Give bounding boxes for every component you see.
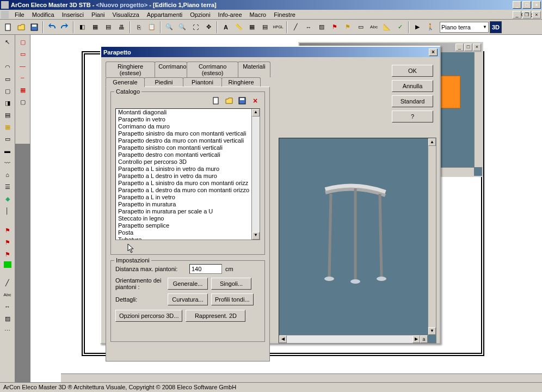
- text-icon[interactable]: A: [220, 21, 232, 33]
- undo-icon[interactable]: [46, 21, 58, 33]
- lt2-line-icon[interactable]: —: [17, 61, 29, 71]
- lt-door-icon[interactable]: ◨: [2, 98, 14, 108]
- lt-wall-icon[interactable]: ▭: [2, 74, 14, 84]
- menu-modifica[interactable]: Modifica: [28, 11, 58, 19]
- menu-inserisci[interactable]: Inserisci: [58, 11, 88, 19]
- flag-yellow-icon[interactable]: ⚑: [342, 21, 354, 33]
- tab-corrimano-esteso[interactable]: Corrimano (esteso): [187, 62, 238, 77]
- lt-window-icon[interactable]: ▤: [2, 110, 14, 120]
- tool-b[interactable]: ▦: [89, 21, 101, 33]
- lt-pipe-icon[interactable]: │: [2, 206, 14, 216]
- preview-close[interactable]: ×: [473, 44, 481, 51]
- tab-ringhiere-estese[interactable]: Ringhiere (estese): [106, 62, 155, 77]
- check-icon[interactable]: ✓: [394, 21, 406, 33]
- lt-column-icon[interactable]: ▬: [2, 146, 14, 156]
- preview-scroll-h[interactable]: ◀▶a: [279, 335, 428, 343]
- flag-red-icon[interactable]: ⚑: [329, 21, 341, 33]
- tab-piedini[interactable]: Piedini: [144, 77, 183, 87]
- tab-piantoni[interactable]: Piantoni: [183, 77, 222, 87]
- lt-roof-icon[interactable]: ⌂: [2, 170, 14, 180]
- preview-max[interactable]: □: [464, 44, 472, 51]
- lt-dim-icon[interactable]: ↔: [2, 302, 14, 311]
- tab-generale[interactable]: Generale: [106, 77, 145, 87]
- catalog-item[interactable]: Steccato in legno: [116, 215, 260, 222]
- catalog-item[interactable]: Parapetto a L sinistro in vetro da muro: [116, 166, 260, 173]
- catalog-delete-icon[interactable]: ×: [250, 96, 260, 106]
- preview-min[interactable]: _: [455, 44, 464, 51]
- lt-hatch2-icon[interactable]: ▨: [2, 314, 14, 323]
- hatch-icon[interactable]: ▨: [316, 21, 328, 33]
- print-icon[interactable]: 🖶: [115, 21, 127, 33]
- standard-button[interactable]: Standard: [392, 95, 433, 107]
- catalog-item[interactable]: Parapetto destro con montanti verticali: [116, 151, 260, 158]
- catalog-item[interactable]: Parapetto in vetro: [116, 116, 260, 123]
- help-button[interactable]: ?: [392, 111, 433, 122]
- pan-icon[interactable]: ✥: [202, 21, 214, 33]
- camera-icon[interactable]: ▶: [411, 21, 423, 33]
- preview-scroll-v[interactable]: [474, 52, 482, 167]
- dialog-close-button[interactable]: ×: [429, 48, 438, 56]
- section-icon[interactable]: ▭: [355, 21, 367, 33]
- catalog-listbox[interactable]: Montanti diagonaliParapetto in vetroCorr…: [115, 108, 260, 240]
- zoom-out-icon[interactable]: 🔍: [176, 21, 188, 33]
- listbox-scrollbar[interactable]: ▲ ▼: [251, 109, 260, 240]
- menu-file[interactable]: File: [11, 11, 28, 19]
- copy-icon[interactable]: ⎘: [133, 21, 145, 33]
- tool-c[interactable]: ▤: [102, 21, 114, 33]
- btn-generale[interactable]: Generale...: [168, 278, 208, 290]
- catalog-item[interactable]: Corrimano da muro: [116, 123, 260, 130]
- lt2-grid-icon[interactable]: ▦: [17, 85, 29, 95]
- new-icon[interactable]: [2, 21, 14, 33]
- 3d-toggle[interactable]: 3D: [490, 21, 502, 33]
- catalog-item[interactable]: Parapetto sinistro da muro con montanti …: [116, 130, 260, 137]
- dist-input[interactable]: [189, 264, 222, 274]
- abc-icon[interactable]: Abc: [368, 21, 380, 33]
- catalog-item[interactable]: Parapetto destro da muro con montanti ve…: [116, 137, 260, 144]
- lt2-box-icon[interactable]: ▢: [17, 97, 29, 107]
- tab-corrimano[interactable]: Corrimano: [155, 62, 187, 77]
- ruler-icon[interactable]: 📏: [233, 21, 245, 33]
- grid-icon[interactable]: ▦: [246, 21, 258, 33]
- lt-red1-icon[interactable]: ⚑: [2, 225, 14, 235]
- catalog-item[interactable]: Parapetto in muratura: [116, 201, 260, 208]
- btn-percorso-3d[interactable]: Opzioni percorso 3D...: [115, 310, 182, 322]
- lt2-dash-icon[interactable]: ┄: [17, 73, 29, 83]
- lt-red2-icon[interactable]: ⚑: [2, 237, 14, 247]
- lt-slab-icon[interactable]: ▭: [2, 134, 14, 144]
- tab-materiali[interactable]: Materiali: [238, 62, 270, 77]
- catalog-item[interactable]: Parapetto in muratura per scale a U: [116, 208, 260, 215]
- lt-stairs-icon[interactable]: ▦: [2, 122, 14, 132]
- measure-icon[interactable]: 📐: [381, 21, 393, 33]
- menu-finestre[interactable]: Finestre: [270, 11, 299, 19]
- mdi-restore[interactable]: ❐: [522, 11, 531, 19]
- btn-singoli[interactable]: Singoli...: [211, 278, 251, 290]
- lt2-rect-icon[interactable]: ▢: [17, 37, 29, 47]
- paste-icon[interactable]: 📋: [146, 21, 158, 33]
- catalog-item[interactable]: Parapetto a L destro da muro con montant…: [116, 187, 260, 194]
- catalog-item[interactable]: Montanti diagonali: [116, 109, 260, 116]
- catalog-item[interactable]: Parapetto a L destro in vetro da muro: [116, 173, 260, 180]
- dialog-titlebar[interactable]: Parapetto ×: [101, 47, 440, 57]
- menu-opzioni[interactable]: Opzioni: [186, 11, 214, 19]
- mdi-close[interactable]: ×: [532, 11, 541, 19]
- menu-appartamenti[interactable]: Appartamenti: [143, 11, 186, 19]
- lt-box-icon[interactable]: ◆: [2, 194, 14, 204]
- zoom-fit-icon[interactable]: ⛶: [189, 21, 201, 33]
- layers-icon[interactable]: ▤: [259, 21, 271, 33]
- minimize-button[interactable]: _: [513, 1, 521, 9]
- lt-misc-icon[interactable]: ⋯: [2, 326, 14, 335]
- dialog-preview-pane[interactable]: ▲ ▼ ◀▶a: [279, 138, 436, 344]
- hpgl-icon[interactable]: HPGL: [272, 21, 284, 33]
- lt-curve-icon[interactable]: 〰: [2, 158, 14, 168]
- catalog-open-icon[interactable]: [224, 96, 234, 106]
- catalog-item[interactable]: Parapetto a L in vetro: [116, 194, 260, 201]
- lt-arc-icon[interactable]: ◠: [2, 62, 14, 72]
- btn-rappresent-2d[interactable]: Rappresent. 2D: [186, 310, 245, 322]
- menu-visualizza[interactable]: Visualizza: [109, 11, 143, 19]
- catalog-item[interactable]: Parapetto sinistro con montanti vertical…: [116, 144, 260, 151]
- pointer-icon[interactable]: ↖: [2, 37, 14, 47]
- dim-icon[interactable]: ↔: [303, 21, 315, 33]
- catalog-item[interactable]: Controllo per percorso 3D: [116, 158, 260, 166]
- catalog-new-icon[interactable]: [211, 96, 221, 106]
- tool-a[interactable]: ◧: [76, 21, 88, 33]
